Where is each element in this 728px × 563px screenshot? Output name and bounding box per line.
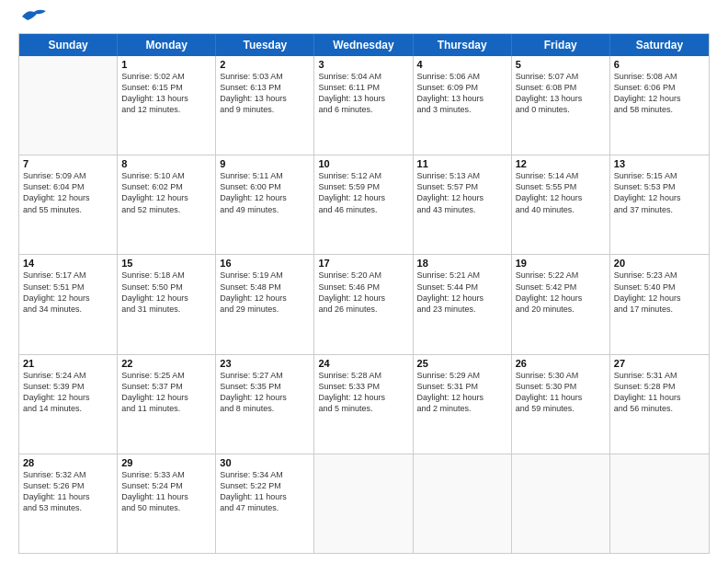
day-number: 11 — [417, 158, 507, 169]
week-row-3: 14Sunrise: 5:17 AM Sunset: 5:51 PM Dayli… — [19, 255, 709, 354]
day-info: Sunrise: 5:14 AM Sunset: 5:55 PM Dayligh… — [516, 170, 606, 215]
day-info: Sunrise: 5:29 AM Sunset: 5:31 PM Dayligh… — [417, 370, 507, 415]
header — [18, 17, 710, 26]
day-cell-18: 18Sunrise: 5:21 AM Sunset: 5:44 PM Dayli… — [414, 255, 512, 353]
header-day-monday: Monday — [118, 34, 216, 56]
day-cell-3: 3Sunrise: 5:04 AM Sunset: 6:11 PM Daylig… — [314, 56, 413, 155]
day-number: 24 — [318, 358, 408, 369]
page: SundayMondayTuesdayWednesdayThursdayFrid… — [0, 0, 728, 563]
day-cell-11: 11Sunrise: 5:13 AM Sunset: 5:57 PM Dayli… — [414, 155, 512, 254]
week-row-2: 7Sunrise: 5:09 AM Sunset: 6:04 PM Daylig… — [19, 155, 709, 255]
empty-cell — [314, 454, 413, 553]
day-info: Sunrise: 5:24 AM Sunset: 5:39 PM Dayligh… — [23, 370, 113, 415]
day-number: 19 — [516, 258, 606, 269]
day-info: Sunrise: 5:06 AM Sunset: 6:09 PM Dayligh… — [417, 71, 507, 116]
day-info: Sunrise: 5:19 AM Sunset: 5:48 PM Dayligh… — [220, 270, 310, 315]
day-number: 13 — [614, 158, 705, 169]
day-cell-23: 23Sunrise: 5:27 AM Sunset: 5:35 PM Dayli… — [216, 355, 314, 454]
day-number: 22 — [121, 358, 211, 369]
day-info: Sunrise: 5:11 AM Sunset: 6:00 PM Dayligh… — [220, 170, 310, 215]
day-info: Sunrise: 5:08 AM Sunset: 6:06 PM Dayligh… — [614, 71, 705, 116]
logo-bird-icon — [20, 7, 48, 26]
day-cell-10: 10Sunrise: 5:12 AM Sunset: 5:59 PM Dayli… — [314, 155, 413, 254]
day-info: Sunrise: 5:02 AM Sunset: 6:15 PM Dayligh… — [121, 71, 211, 116]
day-number: 14 — [23, 258, 113, 269]
day-info: Sunrise: 5:20 AM Sunset: 5:46 PM Dayligh… — [318, 270, 408, 315]
day-number: 9 — [220, 158, 310, 169]
header-day-wednesday: Wednesday — [314, 34, 413, 56]
day-number: 28 — [23, 457, 113, 468]
calendar-header: SundayMondayTuesdayWednesdayThursdayFrid… — [19, 34, 709, 56]
day-info: Sunrise: 5:25 AM Sunset: 5:37 PM Dayligh… — [121, 370, 211, 415]
day-cell-15: 15Sunrise: 5:18 AM Sunset: 5:50 PM Dayli… — [118, 255, 216, 353]
day-number: 23 — [220, 358, 310, 369]
logo — [18, 17, 48, 26]
day-number: 18 — [417, 258, 507, 269]
day-number: 30 — [220, 457, 310, 468]
empty-cell — [19, 56, 118, 155]
day-info: Sunrise: 5:23 AM Sunset: 5:40 PM Dayligh… — [614, 270, 705, 315]
day-number: 20 — [614, 258, 705, 269]
day-info: Sunrise: 5:34 AM Sunset: 5:22 PM Dayligh… — [220, 469, 310, 514]
day-info: Sunrise: 5:17 AM Sunset: 5:51 PM Dayligh… — [23, 270, 113, 315]
day-info: Sunrise: 5:30 AM Sunset: 5:30 PM Dayligh… — [516, 370, 606, 415]
day-number: 4 — [417, 59, 507, 70]
day-info: Sunrise: 5:13 AM Sunset: 5:57 PM Dayligh… — [417, 170, 507, 215]
day-number: 25 — [417, 358, 507, 369]
day-cell-28: 28Sunrise: 5:32 AM Sunset: 5:26 PM Dayli… — [19, 454, 118, 553]
header-day-friday: Friday — [512, 34, 610, 56]
day-info: Sunrise: 5:31 AM Sunset: 5:28 PM Dayligh… — [614, 370, 705, 415]
day-info: Sunrise: 5:09 AM Sunset: 6:04 PM Dayligh… — [23, 170, 113, 215]
day-cell-26: 26Sunrise: 5:30 AM Sunset: 5:30 PM Dayli… — [512, 355, 610, 454]
empty-cell — [512, 454, 610, 553]
day-number: 27 — [614, 358, 705, 369]
day-number: 2 — [220, 59, 310, 70]
day-cell-12: 12Sunrise: 5:14 AM Sunset: 5:55 PM Dayli… — [512, 155, 610, 254]
day-cell-5: 5Sunrise: 5:07 AM Sunset: 6:08 PM Daylig… — [512, 56, 610, 155]
day-number: 7 — [23, 158, 113, 169]
header-day-thursday: Thursday — [414, 34, 512, 56]
day-number: 6 — [614, 59, 705, 70]
day-info: Sunrise: 5:04 AM Sunset: 6:11 PM Dayligh… — [318, 71, 408, 116]
day-cell-17: 17Sunrise: 5:20 AM Sunset: 5:46 PM Dayli… — [314, 255, 413, 353]
day-cell-25: 25Sunrise: 5:29 AM Sunset: 5:31 PM Dayli… — [414, 355, 512, 454]
day-info: Sunrise: 5:32 AM Sunset: 5:26 PM Dayligh… — [23, 469, 113, 514]
day-cell-29: 29Sunrise: 5:33 AM Sunset: 5:24 PM Dayli… — [118, 454, 216, 553]
day-cell-13: 13Sunrise: 5:15 AM Sunset: 5:53 PM Dayli… — [610, 155, 709, 254]
day-cell-22: 22Sunrise: 5:25 AM Sunset: 5:37 PM Dayli… — [118, 355, 216, 454]
day-number: 1 — [121, 59, 211, 70]
day-cell-24: 24Sunrise: 5:28 AM Sunset: 5:33 PM Dayli… — [314, 355, 413, 454]
day-info: Sunrise: 5:33 AM Sunset: 5:24 PM Dayligh… — [121, 469, 211, 514]
day-info: Sunrise: 5:21 AM Sunset: 5:44 PM Dayligh… — [417, 270, 507, 315]
day-cell-9: 9Sunrise: 5:11 AM Sunset: 6:00 PM Daylig… — [216, 155, 314, 254]
day-info: Sunrise: 5:12 AM Sunset: 5:59 PM Dayligh… — [318, 170, 408, 215]
day-info: Sunrise: 5:28 AM Sunset: 5:33 PM Dayligh… — [318, 370, 408, 415]
header-day-saturday: Saturday — [610, 34, 709, 56]
day-info: Sunrise: 5:07 AM Sunset: 6:08 PM Dayligh… — [516, 71, 606, 116]
day-number: 10 — [318, 158, 408, 169]
day-cell-21: 21Sunrise: 5:24 AM Sunset: 5:39 PM Dayli… — [19, 355, 118, 454]
day-number: 29 — [121, 457, 211, 468]
day-number: 15 — [121, 258, 211, 269]
day-cell-1: 1Sunrise: 5:02 AM Sunset: 6:15 PM Daylig… — [118, 56, 216, 155]
day-number: 26 — [516, 358, 606, 369]
day-number: 5 — [516, 59, 606, 70]
week-row-1: 1Sunrise: 5:02 AM Sunset: 6:15 PM Daylig… — [19, 56, 709, 155]
day-cell-27: 27Sunrise: 5:31 AM Sunset: 5:28 PM Dayli… — [610, 355, 709, 454]
day-cell-16: 16Sunrise: 5:19 AM Sunset: 5:48 PM Dayli… — [216, 255, 314, 353]
day-number: 8 — [121, 158, 211, 169]
day-cell-30: 30Sunrise: 5:34 AM Sunset: 5:22 PM Dayli… — [216, 454, 314, 553]
day-cell-20: 20Sunrise: 5:23 AM Sunset: 5:40 PM Dayli… — [610, 255, 709, 353]
day-info: Sunrise: 5:03 AM Sunset: 6:13 PM Dayligh… — [220, 71, 310, 116]
day-cell-19: 19Sunrise: 5:22 AM Sunset: 5:42 PM Dayli… — [512, 255, 610, 353]
week-row-5: 28Sunrise: 5:32 AM Sunset: 5:26 PM Dayli… — [19, 454, 709, 553]
day-cell-4: 4Sunrise: 5:06 AM Sunset: 6:09 PM Daylig… — [414, 56, 512, 155]
day-cell-14: 14Sunrise: 5:17 AM Sunset: 5:51 PM Dayli… — [19, 255, 118, 353]
week-row-4: 21Sunrise: 5:24 AM Sunset: 5:39 PM Dayli… — [19, 355, 709, 454]
day-info: Sunrise: 5:15 AM Sunset: 5:53 PM Dayligh… — [614, 170, 705, 215]
calendar-body: 1Sunrise: 5:02 AM Sunset: 6:15 PM Daylig… — [19, 56, 709, 553]
day-cell-2: 2Sunrise: 5:03 AM Sunset: 6:13 PM Daylig… — [216, 56, 314, 155]
header-day-sunday: Sunday — [19, 34, 118, 56]
day-number: 12 — [516, 158, 606, 169]
day-number: 3 — [318, 59, 408, 70]
